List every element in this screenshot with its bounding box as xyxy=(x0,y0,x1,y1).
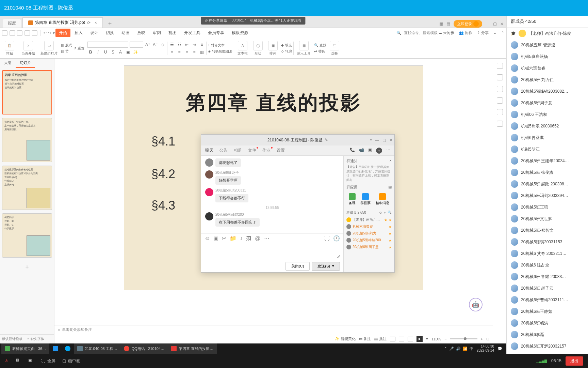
qq-tab-file[interactable]: 文件 xyxy=(248,148,256,153)
participant-row[interactable]: 机械5班唐跃杨 xyxy=(507,51,588,62)
participant-row[interactable]: 20机械五班 管源浚 xyxy=(507,39,588,51)
zoom-out-icon[interactable]: − xyxy=(444,337,446,341)
participant-row[interactable]: 20机械6班周子意 xyxy=(507,97,588,109)
danger-icon[interactable]: ⚠ xyxy=(5,358,9,363)
nav-tab-outline[interactable]: 大纲 xyxy=(0,59,16,68)
menu-search[interactable]: 🔍 直找命令、搜索模板 xyxy=(396,30,438,35)
notification-icon[interactable]: 💬 xyxy=(497,347,502,351)
opt-icon[interactable]: ≡ xyxy=(370,138,372,142)
expand-icon[interactable]: ⛶ xyxy=(324,235,330,242)
menu-review[interactable]: 审阅 xyxy=(149,29,164,37)
qq-tab-notice[interactable]: 公告 xyxy=(219,148,228,153)
participant-row[interactable]: 20机械6 艾奇 2003211… xyxy=(507,248,588,259)
clear-fmt-icon[interactable]: ◇ xyxy=(160,42,166,48)
participant-row[interactable]: 20机械6班畅洪 xyxy=(507,317,588,329)
screen-share-icon[interactable]: ▣ xyxy=(368,148,372,154)
tool-3-icon[interactable] xyxy=(497,86,503,92)
tab-file[interactable]: 第四章 直线的投影 冯芳.ppt ⟳ × xyxy=(22,17,103,28)
align-right-icon[interactable]: ≡ xyxy=(184,49,190,55)
indent-dec-icon[interactable]: ⇤ xyxy=(184,42,190,48)
preview-icon[interactable] xyxy=(32,30,37,36)
participant-row[interactable]: 🎓【老师】画法几何-陈俊 xyxy=(507,28,588,39)
participant-row[interactable]: 20机械6班开辉20032157 xyxy=(507,340,588,352)
dropdown-icon[interactable]: ▾ xyxy=(53,31,55,35)
taskbar-clock[interactable]: 14:00:30 2022-09-14 xyxy=(477,344,494,353)
screen-button[interactable]: 🖥 xyxy=(15,358,21,364)
participant-row[interactable]: 机制5胡江 xyxy=(507,143,588,155)
menu-vip[interactable]: 会员专享 xyxy=(205,29,228,37)
tool-select[interactable]: ⬚ 选择 xyxy=(328,41,341,56)
edit-icon[interactable]: ✎ xyxy=(325,138,328,142)
participants-list[interactable]: 🎓【老师】画法几何-陈俊20机械五班 管源浚机械5班唐跃杨机械六班曾睿20机械5… xyxy=(507,28,588,354)
minimize-icon[interactable]: — xyxy=(486,21,490,26)
refresh-icon[interactable]: ⟳ xyxy=(87,20,91,25)
qq-titlebar[interactable]: 2101040-08-工程制图 - 陈俊丞 ✎ ≡ — ▢ ✕ xyxy=(201,135,394,145)
qq-tab-setting[interactable]: 设置 xyxy=(277,148,285,153)
font-color-icon[interactable]: A xyxy=(117,49,124,55)
inc-size-icon[interactable]: A⁺ xyxy=(145,42,151,48)
dec-size-icon[interactable]: A⁻ xyxy=(152,42,158,48)
align-center-icon[interactable]: ≡ xyxy=(176,49,182,55)
line-spacing-icon[interactable]: ≡ xyxy=(199,42,205,48)
save-icon[interactable] xyxy=(17,30,22,36)
participant-row[interactable]: 20机械5班-郑智文 xyxy=(507,225,588,236)
participant-row[interactable]: 20机械5班冯剑2003394… xyxy=(507,190,588,201)
apps-grid-icon[interactable]: ▦ xyxy=(388,185,392,190)
outline-icon[interactable]: ◇ xyxy=(281,49,284,53)
reset-icon[interactable]: ↺ xyxy=(74,46,76,50)
close-button[interactable]: 关闭(C) xyxy=(285,262,310,271)
add-member-icon[interactable]: ＋ xyxy=(383,211,387,214)
app-vote[interactable]: 群投票 xyxy=(360,193,371,205)
folder-icon[interactable]: 📁 xyxy=(230,235,236,242)
add-icon[interactable]: ☺ xyxy=(379,211,382,214)
thumb-1[interactable]: 四章 直线的投影 线对投影面的各种相对位置 线与点的相对位置 直线的相对位置 xyxy=(2,70,52,114)
align-justify-icon[interactable]: ≡ xyxy=(191,49,197,55)
participant-row[interactable]: 机械六班曾睿 xyxy=(507,62,588,74)
sync-button[interactable]: ☁ 未同步 xyxy=(438,30,454,35)
vip-login-button[interactable]: 立即登录 xyxy=(454,20,482,28)
indent-inc-icon[interactable]: ⇥ xyxy=(191,42,197,48)
participant-row[interactable]: 20机械5班 王建华20034… xyxy=(507,155,588,167)
tool-shape[interactable]: ◯ 形状 xyxy=(251,41,265,56)
zoom-slider[interactable] xyxy=(450,338,477,339)
participant-row[interactable]: 20机械5郭峰锦2003082… xyxy=(507,86,588,97)
replace-icon[interactable]: ⇄ xyxy=(314,49,317,53)
participant-row[interactable]: 20机械5班文世辉 xyxy=(507,213,588,225)
participant-row[interactable]: 20机械6班王静如 xyxy=(507,306,588,317)
avatar-icon[interactable] xyxy=(205,158,213,167)
layout-icon[interactable]: ▦ xyxy=(61,43,64,47)
qq-tab-chat[interactable]: 聊天 xyxy=(205,148,213,153)
avatar-icon[interactable] xyxy=(205,170,213,179)
send-button[interactable]: 发送(S)▾ xyxy=(312,262,340,271)
fill-icon[interactable]: ◆ xyxy=(281,43,284,47)
music-icon[interactable]: ♪ xyxy=(240,235,243,242)
chevron-up-icon[interactable]: ⌃ xyxy=(501,31,504,35)
tool-paste[interactable]: 📋 粘贴 xyxy=(3,41,16,56)
tool-start[interactable]: ▷ 当页开始 xyxy=(19,41,37,56)
notes-toggle[interactable]: ▭ 备注 xyxy=(359,336,371,341)
view-sorter-icon[interactable] xyxy=(399,337,404,341)
member-row[interactable]: 20机械6班周子意 ★ xyxy=(346,244,392,250)
menu-dev[interactable]: 开发工具 xyxy=(181,29,204,37)
taskbar-item[interactable]: QQ电话 - 210104… xyxy=(120,343,168,354)
zoom-dropdown-icon[interactable]: ▾ xyxy=(426,337,428,341)
close-icon[interactable]: ✕ xyxy=(500,21,504,26)
add-slide-button[interactable]: + xyxy=(2,261,52,274)
window-button[interactable]: ▣ xyxy=(28,358,34,364)
wifi-icon[interactable]: 📶 xyxy=(463,347,468,351)
notes-bar[interactable]: ≡ 单击此处添加备注 xyxy=(54,325,493,334)
smart-beautify[interactable]: ✨ 智能美化 xyxy=(335,336,356,341)
view-normal-icon[interactable] xyxy=(390,337,395,341)
undo-icon[interactable]: ↶ xyxy=(43,31,47,35)
participant-row[interactable]: 20机械6班 赵子云 xyxy=(507,282,588,294)
ime-icon[interactable]: 中 xyxy=(470,346,473,351)
menu-slideshow[interactable]: 放映 xyxy=(134,29,149,37)
tool-6-icon[interactable] xyxy=(497,121,503,127)
close-notice-icon[interactable]: × xyxy=(390,158,392,164)
tool-textbox[interactable]: A 文本框 xyxy=(235,41,250,56)
tool-1-icon[interactable] xyxy=(497,63,503,69)
close-tab-icon[interactable]: × xyxy=(95,20,97,25)
maximize-icon[interactable]: ▢ xyxy=(382,138,386,142)
qq-tab-album[interactable]: 相册 xyxy=(234,148,242,153)
menu-animation[interactable]: 动画 xyxy=(118,29,133,37)
